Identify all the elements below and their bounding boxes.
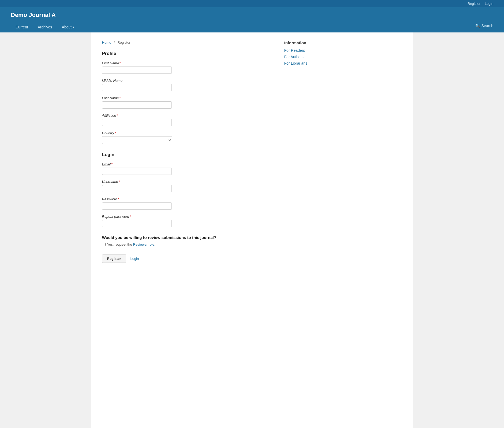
last-name-input[interactable] <box>102 101 172 109</box>
password-label: Password* <box>102 197 274 201</box>
last-name-label: Last Name* <box>102 96 274 100</box>
nav-item-archives[interactable]: Archives <box>33 22 57 32</box>
nav-item-current[interactable]: Current <box>11 22 33 32</box>
sidebar-title: Information <box>284 40 343 45</box>
username-required: * <box>118 180 120 184</box>
sidebar-link-for-readers[interactable]: For Readers <box>284 48 343 53</box>
middle-name-input[interactable] <box>102 84 172 91</box>
search-icon: 🔍 <box>475 24 480 28</box>
nav-item-about[interactable]: About ▾ <box>57 22 79 32</box>
country-label: Country* <box>102 131 274 135</box>
middle-name-group: Middle Name <box>102 79 274 91</box>
topbar-register-link[interactable]: Register <box>468 2 480 6</box>
username-input[interactable] <box>102 185 172 192</box>
username-group: Username* <box>102 180 274 192</box>
first-name-input[interactable] <box>102 67 172 74</box>
repeat-password-group: Repeat password* <box>102 215 274 227</box>
form-actions: Register Login <box>102 254 274 263</box>
password-required: * <box>118 197 119 201</box>
breadcrumb-current: Register <box>117 40 130 45</box>
last-name-group: Last Name* <box>102 96 274 109</box>
sidebar-links: For Readers For Authors For Librarians <box>284 48 343 65</box>
main-nav: Current Archives About ▾ 🔍 Search <box>11 22 493 32</box>
reviewer-checkbox-text: Yes, request the Reviewer role. <box>107 242 155 246</box>
topbar-login-link[interactable]: Login <box>485 2 493 6</box>
affiliation-group: Affiliation* <box>102 113 274 126</box>
reviewer-checkbox-label[interactable]: Yes, request the Reviewer role. <box>102 242 274 246</box>
reviewer-section: Would you be willing to review submissio… <box>102 235 274 246</box>
sidebar-link-for-authors[interactable]: For Authors <box>284 55 343 59</box>
login-section-title: Login <box>102 152 274 157</box>
profile-section-title: Profile <box>102 51 274 56</box>
country-required: * <box>115 131 116 135</box>
first-name-group: First Name* <box>102 61 274 74</box>
affiliation-label: Affiliation* <box>102 113 274 117</box>
repeat-password-input[interactable] <box>102 220 172 227</box>
sidebar: Information For Readers For Authors For … <box>284 40 343 263</box>
last-name-required: * <box>119 96 121 100</box>
main-content: Home / Register Profile First Name* Midd… <box>102 40 274 263</box>
header: Demo Journal A Current Archives About ▾ … <box>0 7 504 32</box>
country-group: Country* <box>102 131 274 144</box>
register-button[interactable]: Register <box>102 254 126 263</box>
email-required: * <box>111 162 113 166</box>
password-group: Password* <box>102 197 274 210</box>
repeat-password-required: * <box>130 215 131 219</box>
reviewer-role-link[interactable]: Reviewer role <box>133 242 154 246</box>
search-button[interactable]: 🔍 Search <box>475 24 493 31</box>
breadcrumb-separator: / <box>114 40 115 45</box>
about-dropdown-icon: ▾ <box>73 25 74 29</box>
content-area: Home / Register Profile First Name* Midd… <box>91 32 413 279</box>
affiliation-input[interactable] <box>102 119 172 126</box>
first-name-label: First Name* <box>102 61 274 65</box>
breadcrumb: Home / Register <box>102 40 274 45</box>
breadcrumb-home[interactable]: Home <box>102 40 111 45</box>
username-label: Username* <box>102 180 274 184</box>
password-input[interactable] <box>102 202 172 210</box>
first-name-required: * <box>120 61 121 65</box>
reviewer-question: Would you be willing to review submissio… <box>102 235 274 240</box>
top-bar: Register Login <box>0 0 504 7</box>
page-wrapper: Home / Register Profile First Name* Midd… <box>91 32 413 428</box>
email-input[interactable] <box>102 168 172 175</box>
country-select[interactable] <box>102 136 172 144</box>
affiliation-required: * <box>117 113 118 117</box>
repeat-password-label: Repeat password* <box>102 215 274 219</box>
sidebar-link-for-librarians[interactable]: For Librarians <box>284 61 343 65</box>
email-group: Email* <box>102 162 274 175</box>
login-link[interactable]: Login <box>130 257 139 261</box>
login-section: Login Email* Username* Password* <box>102 152 274 227</box>
middle-name-label: Middle Name <box>102 79 274 83</box>
profile-section: Profile First Name* Middle Name Last Na <box>102 51 274 144</box>
email-label: Email* <box>102 162 274 166</box>
reviewer-checkbox[interactable] <box>102 243 106 246</box>
journal-title: Demo Journal A <box>11 12 493 19</box>
